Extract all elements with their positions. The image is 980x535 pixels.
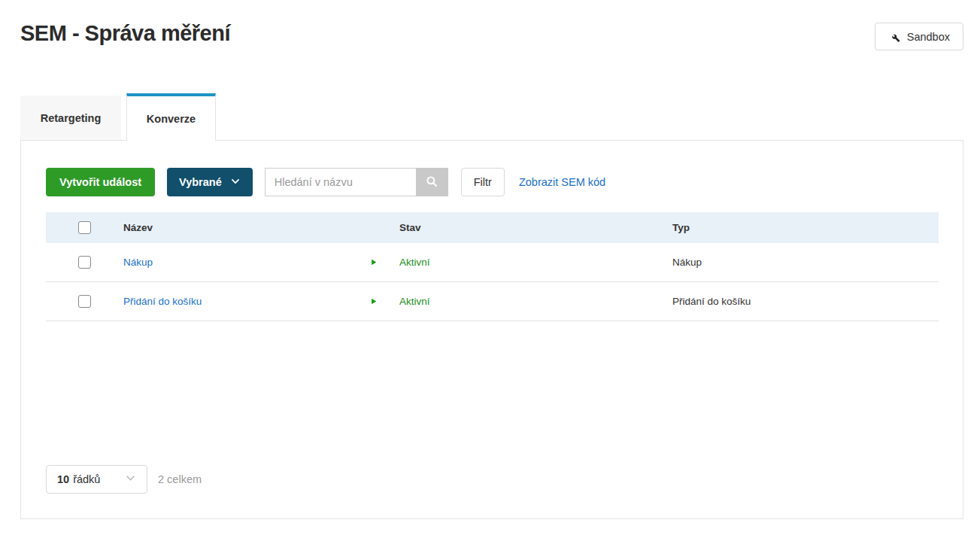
page: SEM - Správa měření Sandbox Retargeting …: [0, 0, 980, 535]
table-row: Nákup Aktivní Nákup: [46, 243, 939, 282]
page-title: SEM - Správa měření: [20, 21, 230, 46]
column-header-stav-cell: Stav: [369, 222, 672, 233]
tab-retargeting-label: Retargeting: [41, 112, 102, 124]
rows-per-page-select[interactable]: 10 řádků: [46, 465, 147, 494]
rows-count: 10: [57, 473, 69, 485]
row-name-cell: Přidání do košíku: [123, 296, 369, 307]
chevron-down-icon: [230, 176, 241, 189]
row-status-cell: Aktivní: [369, 257, 672, 268]
select-all-checkbox[interactable]: [78, 221, 91, 234]
event-name-link[interactable]: Nákup: [123, 257, 153, 268]
table-row: Přidání do košíku Aktivní Přidání do koš…: [46, 282, 939, 321]
row-type-cell: Přidání do košíku: [672, 296, 939, 307]
konverze-panel: Vytvořit událost Vybrané: [20, 140, 963, 519]
tab-bar: Retargeting Konverze: [20, 93, 963, 140]
select-all-cell: [46, 221, 123, 234]
page-header: SEM - Správa měření Sandbox: [0, 0, 980, 50]
show-sem-code-link[interactable]: Zobrazit SEM kód: [519, 176, 605, 188]
column-header-stav: Stav: [399, 222, 421, 233]
chevron-down-icon: [125, 473, 136, 486]
column-header-nazev: Název: [123, 222, 369, 233]
row-checkbox-cell: [46, 256, 123, 269]
rows-per-page-value: 10 řádků: [57, 473, 100, 485]
row-status-cell: Aktivní: [369, 296, 672, 307]
row-checkbox-cell: [46, 295, 123, 308]
play-triangle-icon: [369, 258, 399, 266]
wrench-icon: [888, 31, 900, 43]
sandbox-button[interactable]: Sandbox: [875, 23, 963, 50]
total-count: 2 celkem: [158, 473, 202, 485]
play-triangle-icon: [369, 297, 399, 305]
toolbar: Vytvořit událost Vybrané: [46, 168, 939, 196]
rows-label: řádků: [73, 473, 100, 485]
column-header-typ: Typ: [672, 222, 939, 233]
search-icon: [425, 175, 438, 190]
tab-konverze-label: Konverze: [147, 113, 196, 125]
search-button[interactable]: [416, 168, 448, 196]
status-text: Aktivní: [399, 296, 430, 307]
pagination: 10 řádků 2 celkem: [46, 465, 939, 494]
events-table: Název Stav Typ Nákup Aktivní: [46, 212, 939, 321]
row-type-cell: Nákup: [672, 257, 939, 268]
tab-retargeting[interactable]: Retargeting: [20, 96, 121, 140]
sandbox-button-label: Sandbox: [907, 31, 950, 43]
tab-konverze[interactable]: Konverze: [126, 93, 216, 141]
filter-button[interactable]: Filtr: [461, 168, 505, 196]
create-event-button[interactable]: Vytvořit událost: [46, 168, 155, 196]
search-group: [265, 168, 448, 196]
event-name-link[interactable]: Přidání do košíku: [123, 296, 202, 307]
table-header-row: Název Stav Typ: [46, 212, 939, 243]
row-name-cell: Nákup: [123, 257, 369, 268]
row-checkbox[interactable]: [78, 256, 91, 269]
status-text: Aktivní: [399, 257, 430, 268]
selected-dropdown-button[interactable]: Vybrané: [167, 168, 253, 196]
selected-dropdown-label: Vybrané: [179, 176, 222, 188]
row-checkbox[interactable]: [78, 295, 91, 308]
search-input[interactable]: [265, 168, 416, 196]
